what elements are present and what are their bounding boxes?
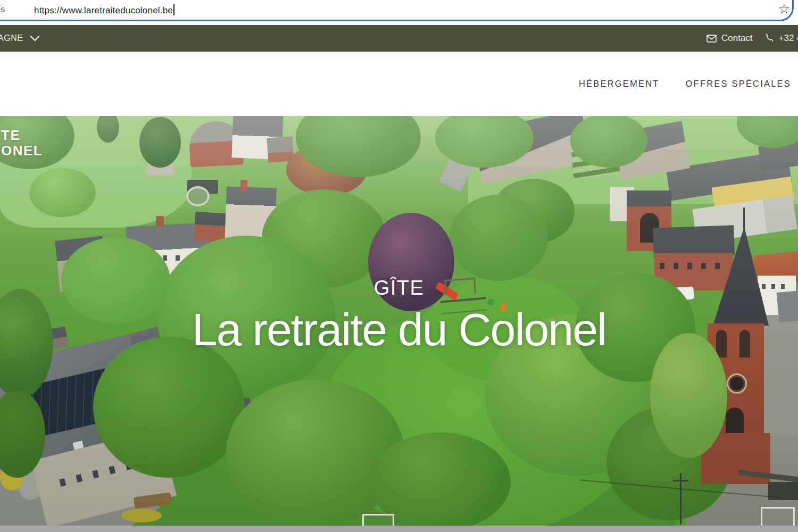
browser-window: s https://www.laretraiteducolonel.be ☆ A… (0, 0, 798, 532)
contact-link[interactable]: Contact (706, 33, 753, 44)
topbar-contact-group: Contact +32 4 (706, 25, 798, 52)
chevron-down-icon (30, 36, 40, 41)
hero-kicker: GÎTE (0, 277, 798, 300)
site-topbar: AGNE Contact +32 4 (0, 25, 798, 52)
envelope-icon (706, 35, 717, 43)
logo-line-2: ONEL (1, 143, 43, 159)
hero-video: TE ONEL GÎTE La retraite du Colonel (0, 116, 798, 526)
clipped-text-fragment: s (1, 4, 5, 15)
bookmark-star-icon[interactable]: ☆ (778, 1, 790, 16)
browser-address-bar: s https://www.laretraiteducolonel.be ☆ (0, 0, 798, 25)
url-text[interactable]: https://www.laretraiteducolonel.be (34, 4, 174, 16)
text-caret (173, 4, 174, 15)
nav-offres-speciales[interactable]: OFFRES SPÉCIALES (686, 79, 791, 89)
logo-line-1: TE (1, 128, 43, 143)
contact-label: Contact (721, 33, 753, 44)
bottom-strip (0, 526, 798, 532)
language-selector[interactable]: AGNE (0, 25, 40, 52)
main-navigation: HÉBERGEMENT OFFRES SPÉCIALES (0, 52, 798, 116)
nav-hebergement[interactable]: HÉBERGEMENT (579, 79, 660, 89)
hero-title: La retraite du Colonel (0, 303, 798, 356)
phone-label: +32 4 (779, 33, 798, 44)
site-logo-fragment: TE ONEL (1, 128, 43, 159)
phone-link[interactable]: +32 4 (764, 33, 798, 44)
language-label: AGNE (0, 34, 23, 43)
url-value: https://www.laretraiteducolonel.be (34, 5, 173, 15)
phone-icon (764, 34, 774, 43)
